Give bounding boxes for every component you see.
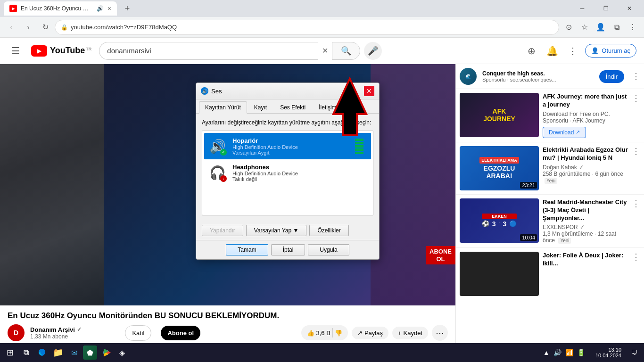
speaker-device-item[interactable]: 🔊 ✓ Hoparlör High Definition Audio Devic… — [204, 133, 371, 159]
network-icon[interactable]: 📶 — [564, 348, 574, 357]
dropdown-arrow: ▼ — [293, 227, 299, 234]
device-list: 🔊 ✓ Hoparlör High Definition Audio Devic… — [202, 131, 373, 215]
taskbar-clock[interactable]: 13:10 10.04.2024 — [592, 347, 625, 358]
svg-marker-0 — [333, 79, 366, 135]
battery-icon[interactable]: 🔋 — [576, 348, 586, 357]
speaker-check-icon: ✓ — [220, 149, 227, 156]
level-bar-4 — [355, 148, 363, 151]
edge-button[interactable] — [35, 346, 49, 360]
level-bar-3 — [355, 145, 363, 148]
mail-button[interactable]: ✉ — [67, 346, 81, 360]
headphones-icon: 🎧 ↓ — [208, 163, 227, 182]
system-tray: ▲ 🔊 📶 🔋 — [538, 348, 590, 357]
tab-playback[interactable]: Kayıttan Yürüt — [199, 101, 247, 114]
dialog-content: Ayarlarını değiştireceğiniz kayıttan yür… — [196, 114, 379, 221]
clock-time: 13:10 — [595, 347, 621, 353]
start-button[interactable]: ⊞ — [3, 346, 17, 360]
properties-button[interactable]: Özellikler — [309, 225, 348, 236]
speaker-label: Varsayılan Aygıt — [232, 150, 349, 156]
volume-icon[interactable]: 🔊 — [553, 348, 562, 357]
apply-button[interactable]: Uygula — [308, 244, 349, 255]
app2-button[interactable]: ◈ — [115, 346, 129, 360]
headphones-sub: High Definition Audio Device — [232, 171, 367, 176]
speaker-device-info: Hoparlör High Definition Audio Device Va… — [232, 137, 349, 156]
headphones-device-info: Headphones High Definition Audio Device … — [232, 164, 367, 182]
dialog-action-buttons: Yapılandır Varsayılan Yap ▼ Özellikler — [196, 221, 379, 240]
headphones-name: Headphones — [232, 164, 367, 171]
configure-button[interactable]: Yapılandır — [202, 225, 243, 236]
headphones-error-icon: ↓ — [220, 175, 227, 182]
arrow-annotation — [326, 76, 373, 140]
dialog-footer: Tamam İptal Uygula — [196, 240, 379, 259]
speaker-level-bars — [355, 139, 363, 154]
clock-date: 10.04.2024 — [595, 353, 621, 358]
dialog-icon: 🔊 — [201, 87, 208, 95]
cancel-button[interactable]: İptal — [271, 244, 305, 255]
speaker-icon: 🔊 ✓ — [208, 137, 227, 156]
speaker-sub: High Definition Audio Device — [232, 144, 349, 150]
taskbar: ⊞ ⧉ 📁 ✉ ⬟ ◈ ▲ 🔊 📶 🔋 13:10 10.04.2024 🗨 — [0, 343, 644, 362]
chrome-button[interactable] — [99, 346, 113, 360]
tray-expand-icon[interactable]: ▲ — [542, 348, 551, 357]
notification-button[interactable]: 🗨 — [627, 346, 641, 360]
tab-sound-effect[interactable]: Ses Efekti — [274, 101, 312, 113]
ok-button[interactable]: Tamam — [226, 244, 268, 255]
level-bar-2 — [355, 142, 363, 144]
level-bar-5 — [355, 152, 363, 154]
headphones-label: Takılı değil — [232, 176, 367, 182]
dialog-overlay: 🔊 Ses ✕ Kayıttan Yürüt Kayıt Ses Efekti … — [0, 0, 644, 362]
sound-dialog: 🔊 Ses ✕ Kayıttan Yürüt Kayıt Ses Efekti … — [196, 82, 380, 260]
headphones-device-item[interactable]: 🎧 ↓ Headphones High Definition Audio Dev… — [204, 159, 371, 186]
taskview-button[interactable]: ⧉ — [19, 346, 33, 360]
explorer-button[interactable]: 📁 — [51, 346, 65, 360]
tab-record[interactable]: Kayıt — [248, 101, 273, 113]
set-default-button[interactable]: Varsayılan Yap ▼ — [246, 225, 307, 236]
app1-button[interactable]: ⬟ — [83, 346, 97, 360]
